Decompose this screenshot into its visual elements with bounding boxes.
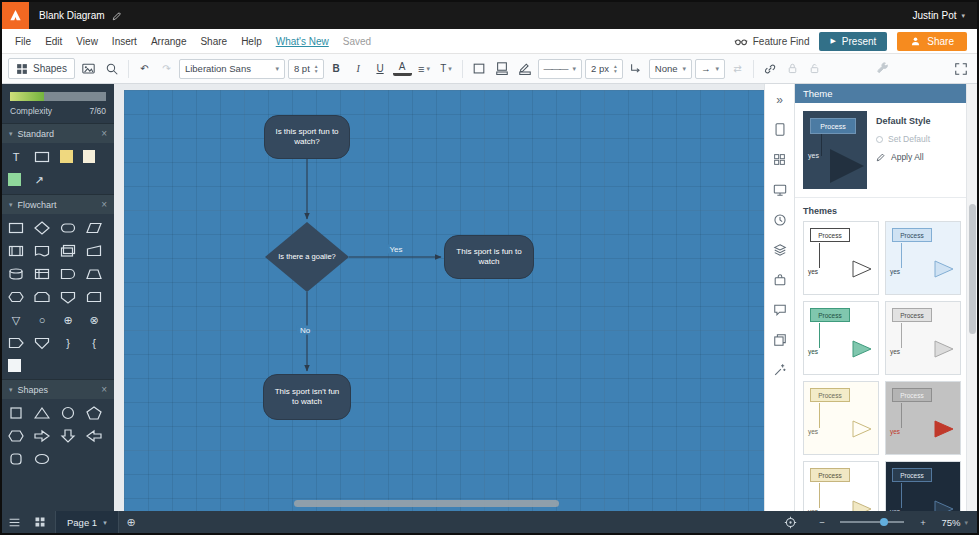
text-align-button[interactable]: ≡▾ bbox=[415, 59, 434, 79]
present-button[interactable]: ▶ Present bbox=[819, 32, 887, 51]
shape-predefined-process-icon[interactable] bbox=[8, 244, 24, 258]
menu-view[interactable]: View bbox=[69, 36, 105, 47]
close-icon[interactable]: × bbox=[101, 128, 107, 139]
shape-style-button[interactable] bbox=[469, 59, 489, 79]
diagram-canvas[interactable]: Is this sport fun to watch?Is there a go… bbox=[124, 90, 764, 511]
comments-icon[interactable] bbox=[769, 299, 791, 320]
fullscreen-button[interactable] bbox=[951, 59, 971, 79]
hyperlink-button[interactable] bbox=[760, 59, 780, 79]
menu-insert[interactable]: Insert bbox=[105, 36, 144, 47]
pages-list-button[interactable] bbox=[2, 511, 27, 533]
menu-help[interactable]: Help bbox=[234, 36, 269, 47]
shape-text-icon[interactable]: T bbox=[8, 150, 24, 164]
document-title[interactable]: Blank Diagram bbox=[39, 10, 105, 21]
lucid-logo[interactable] bbox=[2, 2, 29, 29]
search-shapes-button[interactable] bbox=[102, 59, 122, 79]
edge-label-yes[interactable]: Yes bbox=[386, 245, 405, 254]
shape-document-shape-icon[interactable] bbox=[34, 244, 50, 258]
layers-icon[interactable] bbox=[769, 239, 791, 260]
shape-triangle-down-icon[interactable]: ▽ bbox=[8, 313, 24, 327]
shape-block-arrow-right-icon[interactable] bbox=[34, 429, 50, 443]
shape-decision-icon[interactable] bbox=[34, 221, 50, 235]
theme-card-cream[interactable]: Processyes bbox=[803, 381, 879, 455]
theme-panel-header[interactable]: Theme bbox=[795, 84, 966, 103]
shape-sticky-note-icon[interactable] bbox=[60, 150, 73, 163]
section-header-flowchart[interactable]: ▾ Flowchart × bbox=[2, 194, 114, 214]
fill-color-button[interactable] bbox=[492, 59, 512, 79]
zoom-slider[interactable] bbox=[840, 521, 904, 523]
zoom-level[interactable]: 75% ▾ bbox=[941, 517, 968, 528]
shape-block-arrow-left-icon[interactable] bbox=[86, 429, 102, 443]
assets-icon[interactable] bbox=[769, 269, 791, 290]
shape-card-icon[interactable] bbox=[86, 290, 102, 304]
shape-data-icon[interactable] bbox=[86, 221, 102, 235]
shape-pentagon-icon[interactable] bbox=[86, 406, 102, 420]
arrowhead-select[interactable]: →▾ bbox=[695, 59, 725, 79]
rename-pencil-icon[interactable] bbox=[112, 11, 122, 21]
page-tab[interactable]: Page 1 ▾ bbox=[55, 511, 119, 533]
shape-terminator-icon[interactable] bbox=[60, 221, 76, 235]
shape-trapezoid-icon[interactable] bbox=[86, 267, 102, 281]
diagram-node-fun[interactable]: This sport is fun to watch bbox=[444, 235, 534, 279]
set-default-button[interactable]: Set Default bbox=[876, 134, 931, 144]
whats-new-link[interactable]: What's New bbox=[269, 36, 336, 47]
theme-card-cream-2[interactable]: Processyes bbox=[803, 461, 879, 511]
close-icon[interactable]: × bbox=[101, 384, 107, 395]
section-header-shapes[interactable]: ▾ Shapes × bbox=[2, 379, 114, 399]
share-button[interactable]: Share bbox=[897, 32, 967, 51]
line-color-button[interactable] bbox=[515, 59, 535, 79]
shape-filled-square-icon[interactable] bbox=[8, 359, 21, 372]
shape-circle-icon[interactable] bbox=[60, 406, 76, 420]
notes-icon[interactable] bbox=[769, 329, 791, 350]
section-header-standard[interactable]: ▾ Standard × bbox=[2, 123, 114, 143]
shape-loop-limit-icon[interactable] bbox=[34, 290, 50, 304]
vertical-scrollbar[interactable] bbox=[966, 84, 977, 511]
page-icon[interactable] bbox=[769, 119, 791, 140]
insert-image-button[interactable] bbox=[78, 59, 99, 79]
shape-hexagon-icon[interactable] bbox=[8, 429, 24, 443]
swap-arrows-button[interactable]: ⇄ bbox=[728, 59, 747, 79]
shape-circle-o-icon[interactable]: ○ bbox=[34, 313, 50, 327]
shape-internal-storage-icon[interactable] bbox=[34, 267, 50, 281]
present-screen-icon[interactable] bbox=[769, 179, 791, 200]
shapes-manager-button[interactable]: Shapes bbox=[8, 58, 75, 79]
collapse-icon[interactable]: » bbox=[769, 89, 791, 110]
connector-type-button[interactable] bbox=[626, 59, 646, 79]
shape-process-icon[interactable] bbox=[8, 221, 24, 235]
bold-button[interactable]: B bbox=[327, 59, 346, 79]
shape-color-square-icon[interactable] bbox=[8, 173, 21, 186]
zoom-slider-thumb[interactable] bbox=[880, 518, 888, 526]
line-style-select[interactable]: ———▾ bbox=[538, 59, 583, 79]
shape-multi-document-icon[interactable] bbox=[60, 244, 76, 258]
zoom-in-button[interactable]: + bbox=[910, 511, 935, 533]
shape-home-plate-icon[interactable] bbox=[8, 336, 24, 350]
menu-edit[interactable]: Edit bbox=[38, 36, 69, 47]
shape-right-brace-icon[interactable]: } bbox=[60, 336, 76, 350]
history-icon[interactable] bbox=[769, 209, 791, 230]
theme-card-gray[interactable]: Processyes bbox=[885, 301, 961, 375]
theme-card-teal[interactable]: Processyes bbox=[803, 301, 879, 375]
shape-options-icon[interactable] bbox=[769, 149, 791, 170]
shape-triangle-icon[interactable] bbox=[34, 406, 50, 420]
user-menu[interactable]: Justin Pot ▾ bbox=[913, 10, 965, 21]
scrollbar-thumb[interactable] bbox=[969, 204, 976, 334]
menu-share[interactable]: Share bbox=[193, 36, 234, 47]
add-page-button[interactable]: ⊕ bbox=[119, 511, 144, 533]
theme-card-simple-blue[interactable]: Processyes bbox=[885, 221, 961, 295]
diagram-node-not-fun[interactable]: This sport isn't fun to watch bbox=[263, 374, 351, 420]
underline-button[interactable]: U bbox=[371, 59, 390, 79]
menu-file[interactable]: File bbox=[8, 36, 38, 47]
redo-button[interactable]: ↷ bbox=[157, 59, 176, 79]
close-icon[interactable]: × bbox=[101, 199, 107, 210]
theme-card-navy[interactable]: Processyes bbox=[885, 461, 961, 511]
shape-display-icon[interactable] bbox=[8, 290, 24, 304]
shape-block-arrow-down-icon[interactable] bbox=[60, 429, 76, 443]
magic-icon[interactable] bbox=[769, 359, 791, 380]
feature-find-button[interactable]: Feature Find bbox=[734, 35, 810, 47]
apply-all-button[interactable]: Apply All bbox=[876, 152, 931, 162]
pages-grid-button[interactable] bbox=[27, 511, 52, 533]
theme-card-classic-outline[interactable]: Processyes bbox=[803, 221, 879, 295]
undo-button[interactable]: ↶ bbox=[135, 59, 154, 79]
shape-rounded-square-icon[interactable] bbox=[8, 452, 24, 466]
lock-button[interactable] bbox=[783, 59, 802, 79]
